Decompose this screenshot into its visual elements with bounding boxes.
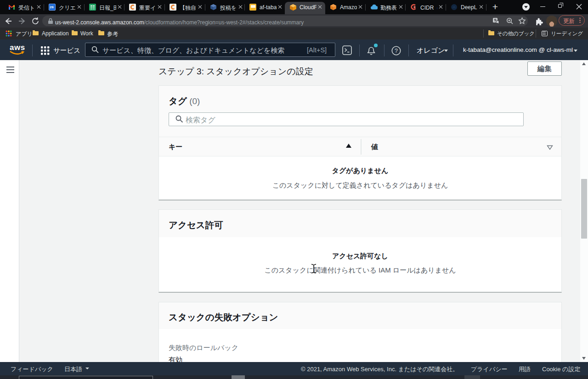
svg-text:?: ?: [395, 48, 398, 54]
